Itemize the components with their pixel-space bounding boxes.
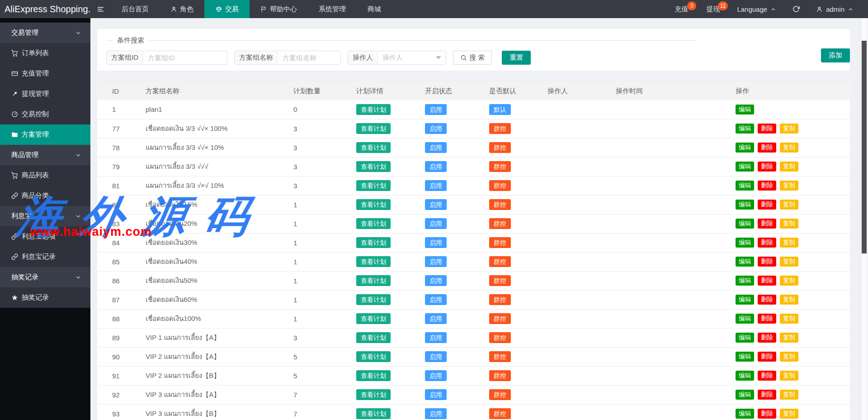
enabled-badge[interactable]: 启用 <box>425 332 447 343</box>
menu-item-roles[interactable]: 角色 <box>160 0 204 18</box>
edit-button[interactable]: 编辑 <box>736 105 754 115</box>
copy-button[interactable]: 复制 <box>780 219 798 229</box>
copy-button[interactable]: 复制 <box>780 181 798 191</box>
sidebar-item-lottery-records[interactable]: 抽奖记录 <box>0 287 90 308</box>
copy-button[interactable]: 复制 <box>780 409 798 419</box>
copy-button[interactable]: 复制 <box>780 390 798 400</box>
menu-item-trade[interactable]: 交易 <box>204 0 250 18</box>
sidebar-item-plan-management[interactable]: 方案管理 <box>0 124 90 145</box>
enabled-badge[interactable]: 启用 <box>425 104 447 115</box>
delete-button[interactable]: 删除 <box>758 219 776 229</box>
vertical-scrollbar[interactable] <box>861 18 867 420</box>
default-badge[interactable]: 群控 <box>489 351 511 362</box>
delete-button[interactable]: 删除 <box>758 295 776 305</box>
default-badge[interactable]: 群控 <box>489 123 511 134</box>
default-badge[interactable]: 群控 <box>489 294 511 305</box>
enabled-badge[interactable]: 启用 <box>425 237 447 248</box>
sidebar-item-withdraw-management[interactable]: 提现管理 <box>0 84 90 104</box>
copy-button[interactable]: 复制 <box>780 257 798 267</box>
default-badge[interactable]: 群控 <box>489 199 511 210</box>
view-plan-button[interactable]: 查看计划 <box>356 389 391 400</box>
enabled-badge[interactable]: 启用 <box>425 218 447 229</box>
edit-button[interactable]: 编辑 <box>736 200 754 210</box>
edit-button[interactable]: 编辑 <box>736 124 754 134</box>
sidebar-item-recharge-management[interactable]: 充值管理 <box>0 63 90 84</box>
sidebar-item-order-list[interactable]: 订单列表 <box>0 43 90 63</box>
delete-button[interactable]: 删除 <box>758 333 776 343</box>
sidebar-group-trade-management[interactable]: 交易管理 <box>0 23 90 43</box>
edit-button[interactable]: 编辑 <box>736 333 754 343</box>
view-plan-button[interactable]: 查看计划 <box>356 161 391 172</box>
view-plan-button[interactable]: 查看计划 <box>356 123 391 134</box>
default-badge[interactable]: 群控 <box>489 180 511 191</box>
view-plan-button[interactable]: 查看计划 <box>356 237 391 248</box>
copy-button[interactable]: 复制 <box>780 143 798 153</box>
sidebar-group-product-management[interactable]: 商品管理 <box>0 145 90 165</box>
enabled-badge[interactable]: 启用 <box>425 180 447 191</box>
enabled-badge[interactable]: 启用 <box>425 370 447 381</box>
copy-button[interactable]: 复制 <box>780 238 798 248</box>
default-badge[interactable]: 群控 <box>489 313 511 324</box>
edit-button[interactable]: 编辑 <box>736 143 754 153</box>
delete-button[interactable]: 删除 <box>758 390 776 400</box>
sidebar-item-interest-records[interactable]: 利息宝记录 <box>0 247 90 267</box>
view-plan-button[interactable]: 查看计划 <box>356 180 391 191</box>
edit-button[interactable]: 编辑 <box>736 257 754 267</box>
edit-button[interactable]: 编辑 <box>736 181 754 191</box>
view-plan-button[interactable]: 查看计划 <box>356 104 391 115</box>
default-badge[interactable]: 群控 <box>489 161 511 172</box>
copy-button[interactable]: 复制 <box>780 162 798 172</box>
default-badge[interactable]: 群控 <box>489 408 511 419</box>
menu-item-mall[interactable]: 商城 <box>357 0 392 18</box>
reset-button[interactable]: 重置 <box>502 51 531 65</box>
enabled-badge[interactable]: 启用 <box>425 256 447 267</box>
enabled-badge[interactable]: 启用 <box>425 294 447 305</box>
sidebar-group-lottery-records[interactable]: 抽奖记录 <box>0 267 90 287</box>
sidebar-item-product-category[interactable]: 商品分类 <box>0 186 90 206</box>
view-plan-button[interactable]: 查看计划 <box>356 218 391 229</box>
delete-button[interactable]: 删除 <box>758 409 776 419</box>
edit-button[interactable]: 编辑 <box>736 314 754 324</box>
recharge-nav-item[interactable]: 充值 0 <box>665 0 697 18</box>
search-button[interactable]: 搜 索 <box>453 51 492 65</box>
delete-button[interactable]: 删除 <box>758 200 776 210</box>
sidebar-group-interest-treasure[interactable]: 利息宝 <box>0 206 90 226</box>
default-badge[interactable]: 群控 <box>489 237 511 248</box>
edit-button[interactable]: 编辑 <box>736 276 754 286</box>
enabled-badge[interactable]: 启用 <box>425 199 447 210</box>
enabled-badge[interactable]: 启用 <box>425 142 447 153</box>
default-badge[interactable]: 群控 <box>489 218 511 229</box>
plan-group-id-input[interactable] <box>143 51 227 64</box>
edit-button[interactable]: 编辑 <box>736 371 754 381</box>
copy-button[interactable]: 复制 <box>780 371 798 381</box>
sidebar-item-trade-control[interactable]: 交易控制 <box>0 104 90 124</box>
copy-button[interactable]: 复制 <box>780 276 798 286</box>
edit-button[interactable]: 编辑 <box>736 295 754 305</box>
edit-button[interactable]: 编辑 <box>736 409 754 419</box>
delete-button[interactable]: 删除 <box>758 238 776 248</box>
menu-item-help[interactable]: 帮助中心 <box>250 0 308 18</box>
default-badge[interactable]: 群控 <box>489 142 511 153</box>
view-plan-button[interactable]: 查看计划 <box>356 275 391 286</box>
scrollbar-thumb[interactable] <box>862 41 867 253</box>
edit-button[interactable]: 编辑 <box>736 219 754 229</box>
delete-button[interactable]: 删除 <box>758 124 776 134</box>
default-badge[interactable]: 群控 <box>489 275 511 286</box>
user-menu[interactable]: admin <box>808 0 862 18</box>
enabled-badge[interactable]: 启用 <box>425 389 447 400</box>
menu-item-system[interactable]: 系统管理 <box>308 0 357 18</box>
delete-button[interactable]: 删除 <box>758 371 776 381</box>
view-plan-button[interactable]: 查看计划 <box>356 199 391 210</box>
delete-button[interactable]: 删除 <box>758 257 776 267</box>
delete-button[interactable]: 删除 <box>758 276 776 286</box>
edit-button[interactable]: 编辑 <box>736 162 754 172</box>
default-badge[interactable]: 群控 <box>489 389 511 400</box>
copy-button[interactable]: 复制 <box>780 352 798 362</box>
copy-button[interactable]: 复制 <box>780 124 798 134</box>
default-badge[interactable]: 群控 <box>489 370 511 381</box>
add-button[interactable]: 添加 <box>821 48 850 62</box>
view-plan-button[interactable]: 查看计划 <box>356 351 391 362</box>
sidebar-toggle-button[interactable] <box>90 0 111 18</box>
enabled-badge[interactable]: 启用 <box>425 408 447 419</box>
menu-item-dashboard[interactable]: 后台首页 <box>111 0 160 18</box>
